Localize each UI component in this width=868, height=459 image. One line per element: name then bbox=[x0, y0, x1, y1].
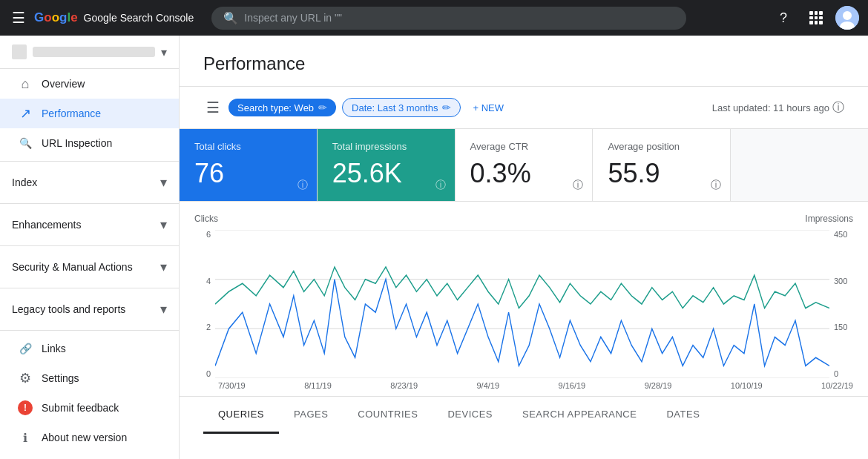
section-label: Index bbox=[12, 176, 160, 188]
sidebar-item-label: Links bbox=[42, 343, 66, 354]
help-icon[interactable]: ⓘ bbox=[297, 179, 308, 192]
sidebar-item-label: Overview bbox=[42, 78, 85, 90]
sidebar-item-performance[interactable]: ↗ Performance bbox=[0, 99, 179, 128]
tabs-row: QUERIES PAGES COUNTRIES DEVICES SEARCH A… bbox=[180, 396, 868, 434]
last-updated-text: Last updated: 11 hours ago bbox=[712, 102, 829, 113]
x-label: 10/22/19 bbox=[821, 381, 853, 390]
section-label: Enhancements bbox=[12, 219, 160, 231]
topbar: ☰ Google Google Search Console 🔍 ? bbox=[0, 0, 868, 36]
filter-icon[interactable]: ☰ bbox=[203, 96, 223, 119]
y-label: 2 bbox=[206, 323, 211, 331]
chevron-down-icon: ▾ bbox=[160, 259, 167, 275]
x-label: 7/30/19 bbox=[218, 381, 246, 390]
sidebar-section-enhancements[interactable]: Enhancements ▾ bbox=[0, 207, 179, 242]
content-area: Performance ☰ Search type: Web ✏ Date: L… bbox=[180, 36, 868, 459]
property-selector[interactable]: ▾ bbox=[0, 36, 179, 69]
sidebar-item-new-version[interactable]: ℹ About new version bbox=[0, 423, 179, 452]
sidebar-item-settings[interactable]: ⚙ Settings bbox=[0, 363, 179, 393]
apps-button[interactable] bbox=[803, 4, 829, 31]
page-header: Performance bbox=[180, 36, 868, 87]
sidebar: ▾ ⌂ Overview ↗ Performance 🔍 URL Inspect… bbox=[0, 36, 180, 459]
y-label: 150 bbox=[834, 323, 847, 331]
tab-pages[interactable]: PAGES bbox=[279, 397, 343, 434]
new-filter-button[interactable]: + NEW bbox=[467, 99, 510, 116]
metric-label: Average position bbox=[608, 141, 715, 152]
date-filter[interactable]: Date: Last 3 months ✏ bbox=[342, 98, 461, 117]
sidebar-item-links[interactable]: 🔗 Links bbox=[0, 334, 179, 363]
tab-search-appearance[interactable]: SEARCH APPEARANCE bbox=[507, 397, 651, 434]
edit-icon: ✏ bbox=[442, 102, 451, 113]
search-type-filter[interactable]: Search type: Web ✏ bbox=[228, 99, 336, 116]
user-avatar[interactable] bbox=[835, 6, 859, 30]
tab-countries[interactable]: COUNTRIES bbox=[343, 397, 433, 434]
help-icon[interactable]: ⓘ bbox=[832, 100, 844, 116]
y-label: 450 bbox=[834, 230, 847, 239]
chart-left-label: Clicks bbox=[194, 214, 218, 224]
y-axis-right: 450 300 150 0 bbox=[829, 230, 853, 378]
x-label: 10/10/19 bbox=[731, 381, 763, 390]
x-label: 9/16/19 bbox=[559, 381, 586, 390]
tab-dates[interactable]: DATES bbox=[651, 397, 714, 434]
x-label: 9/28/19 bbox=[645, 381, 672, 390]
metrics-row: Total clicks 76 ⓘ Total impressions 25.6… bbox=[180, 129, 868, 202]
help-icon[interactable]: ⓘ bbox=[435, 179, 446, 192]
grid-icon bbox=[809, 11, 823, 24]
sidebar-section-security[interactable]: Security & Manual Actions ▾ bbox=[0, 249, 179, 285]
sidebar-item-label: Submit feedback bbox=[42, 402, 119, 414]
metric-value: 55.9 bbox=[608, 158, 715, 189]
chart-container: Clicks Impressions 6 4 2 0 bbox=[180, 202, 868, 396]
sidebar-item-url-inspection[interactable]: 🔍 URL Inspection bbox=[0, 128, 179, 158]
edit-icon: ✏ bbox=[318, 102, 327, 113]
page-title: Performance bbox=[203, 53, 844, 74]
svg-point-1 bbox=[843, 11, 852, 20]
metric-empty bbox=[731, 129, 868, 201]
help-button[interactable]: ? bbox=[770, 4, 797, 31]
divider bbox=[0, 161, 179, 162]
home-icon: ⌂ bbox=[18, 76, 33, 91]
divider bbox=[0, 288, 179, 288]
metric-value: 76 bbox=[194, 158, 302, 189]
tab-queries[interactable]: QUERIES bbox=[203, 397, 279, 434]
metric-value: 25.6K bbox=[332, 158, 440, 189]
app-logo: Google Google Search Console bbox=[34, 10, 194, 25]
divider bbox=[0, 330, 179, 331]
sidebar-item-label: About new version bbox=[42, 432, 127, 443]
app-name: Google Search Console bbox=[84, 12, 194, 24]
search-icon: 🔍 bbox=[223, 11, 238, 25]
menu-icon[interactable]: ☰ bbox=[9, 6, 28, 30]
metric-label: Total impressions bbox=[332, 141, 440, 152]
sidebar-item-label: Performance bbox=[42, 108, 101, 119]
feedback-icon: ! bbox=[18, 400, 33, 415]
search-bar[interactable]: 🔍 bbox=[211, 7, 686, 30]
help-icon[interactable]: ⓘ bbox=[711, 179, 721, 192]
new-button-label: + NEW bbox=[473, 102, 504, 113]
sidebar-item-feedback[interactable]: ! Submit feedback bbox=[0, 393, 179, 423]
chevron-down-icon: ▾ bbox=[161, 45, 167, 59]
sidebar-item-label: Settings bbox=[42, 372, 79, 384]
search-type-label: Search type: Web bbox=[237, 102, 314, 113]
search-input[interactable] bbox=[244, 12, 674, 24]
help-icon[interactable]: ⓘ bbox=[573, 179, 583, 192]
toolbar: ☰ Search type: Web ✏ Date: Last 3 months… bbox=[180, 87, 868, 129]
divider bbox=[0, 203, 179, 204]
chart-right-label: Impressions bbox=[805, 214, 853, 224]
x-label: 8/23/19 bbox=[390, 381, 418, 390]
chart-svg bbox=[215, 230, 829, 378]
metric-label: Total clicks bbox=[194, 141, 302, 152]
y-label: 0 bbox=[834, 369, 838, 378]
sidebar-section-index[interactable]: Index ▾ bbox=[0, 165, 179, 200]
section-label: Security & Manual Actions bbox=[12, 261, 160, 273]
chart-header: Clicks Impressions bbox=[194, 214, 853, 224]
performance-icon: ↗ bbox=[18, 106, 33, 121]
section-label: Legacy tools and reports bbox=[12, 303, 160, 315]
chart-area: 6 4 2 0 bbox=[194, 230, 853, 378]
date-label: Date: Last 3 months bbox=[352, 102, 438, 113]
search-icon: 🔍 bbox=[18, 136, 33, 151]
y-label: 0 bbox=[206, 369, 211, 378]
settings-icon: ⚙ bbox=[18, 371, 33, 386]
x-label: 8/11/19 bbox=[304, 381, 332, 390]
chevron-down-icon: ▾ bbox=[160, 174, 167, 191]
sidebar-section-legacy[interactable]: Legacy tools and reports ▾ bbox=[0, 291, 179, 327]
sidebar-item-overview[interactable]: ⌂ Overview bbox=[0, 69, 179, 99]
tab-devices[interactable]: DEVICES bbox=[433, 397, 507, 434]
